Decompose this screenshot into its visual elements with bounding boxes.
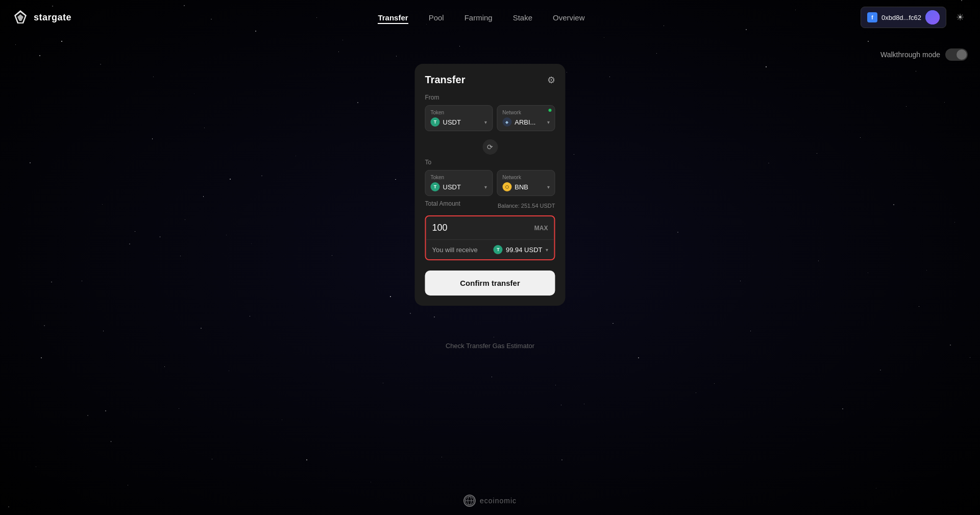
star — [494, 337, 494, 337]
from-token-select[interactable]: Token T USDT ▾ — [425, 105, 493, 131]
star — [15, 44, 16, 45]
star — [160, 236, 161, 237]
walkthrough-container: Walkthrough mode — [880, 48, 968, 61]
to-token-value-row: T USDT ▾ — [431, 182, 487, 191]
star — [876, 488, 876, 488]
nav-overview[interactable]: Overview — [553, 11, 585, 24]
star — [261, 176, 262, 177]
wallet-button[interactable]: f 0xbd8d...fc62 — [861, 7, 946, 28]
star — [944, 102, 945, 103]
ecoinomic-icon — [463, 495, 476, 507]
amount-input-row: 100 MAX — [426, 216, 554, 240]
swap-icon-container: ⟳ — [425, 135, 555, 159]
star — [185, 219, 185, 220]
to-network-chevron: ▾ — [547, 184, 550, 190]
nav-transfer[interactable]: Transfer — [378, 11, 408, 24]
settings-icon[interactable]: ⚙ — [547, 75, 555, 86]
star — [714, 383, 715, 384]
from-network-text: ARBI... — [514, 118, 535, 126]
gas-estimator-link[interactable]: Check Transfer Gas Estimator — [446, 342, 534, 350]
star — [36, 467, 36, 467]
star — [893, 204, 894, 205]
star — [153, 77, 154, 77]
to-token-chevron: ▾ — [484, 184, 487, 190]
logo[interactable]: stargate — [12, 9, 71, 26]
avatar — [925, 10, 940, 24]
to-section: To Token T USDT ▾ Network ⬡ BNB — [425, 159, 555, 196]
star — [87, 415, 88, 416]
network-active-dot — [549, 109, 552, 112]
star — [51, 282, 52, 283]
nav-stake[interactable]: Stake — [513, 11, 532, 24]
star — [390, 296, 391, 297]
star — [8, 506, 9, 507]
star — [306, 459, 307, 460]
walkthrough-label: Walkthrough mode — [880, 51, 940, 59]
star — [868, 273, 868, 273]
transfer-card: Transfer ⚙ From Token T USDT ▾ Network — [415, 64, 566, 306]
nav-farming[interactable]: Farming — [464, 11, 493, 24]
from-label: From — [425, 94, 555, 101]
star — [61, 41, 62, 42]
logo-icon — [12, 9, 29, 26]
star — [638, 357, 639, 358]
swap-icon-button[interactable]: ⟳ — [482, 139, 498, 155]
from-network-inner: ◆ ARBI... — [502, 117, 535, 127]
star — [296, 156, 296, 156]
from-token-value-row: T USDT ▾ — [431, 117, 487, 127]
receive-usdt-icon: T — [494, 245, 503, 254]
star — [842, 408, 843, 409]
from-token-text: USDT — [443, 118, 461, 126]
confirm-transfer-button[interactable]: Confirm transfer — [425, 271, 555, 296]
star — [383, 383, 383, 383]
star — [201, 328, 202, 329]
from-network-chevron: ▾ — [547, 119, 550, 125]
arbi-network-icon: ◆ — [502, 117, 511, 127]
star — [203, 196, 204, 197]
to-token-inner: T USDT — [431, 182, 461, 191]
star — [342, 40, 343, 40]
star — [100, 64, 101, 65]
from-token-chevron: ▾ — [484, 119, 487, 125]
star — [750, 331, 751, 331]
star — [609, 77, 610, 77]
usdt-from-icon: T — [431, 117, 440, 127]
theme-toggle-button[interactable]: ☀ — [952, 10, 968, 25]
star — [584, 404, 584, 404]
star — [230, 179, 231, 180]
nav-pool[interactable]: Pool — [429, 11, 444, 24]
star — [818, 260, 819, 261]
to-token-select[interactable]: Token T USDT ▾ — [425, 170, 493, 196]
star — [226, 235, 227, 235]
balance-text: Balance: 251.54 USDT — [498, 203, 555, 209]
walkthrough-toggle[interactable] — [945, 48, 968, 61]
max-button[interactable]: MAX — [534, 225, 548, 232]
star — [817, 153, 817, 154]
to-network-label: Network — [502, 175, 549, 180]
star — [102, 204, 103, 205]
star — [926, 270, 927, 271]
wallet-address: 0xbd8d...fc62 — [881, 14, 921, 21]
svg-point-3 — [925, 10, 940, 24]
card-header: Transfer ⚙ — [425, 74, 555, 86]
to-token-network-row: Token T USDT ▾ Network ⬡ BNB ▾ — [425, 170, 555, 196]
amount-value[interactable]: 100 — [432, 223, 448, 233]
star — [82, 281, 82, 281]
star — [371, 482, 371, 482]
from-network-select[interactable]: Network ◆ ARBI... ▾ — [497, 105, 555, 131]
star — [44, 325, 45, 326]
star — [180, 256, 181, 256]
from-token-inner: T USDT — [431, 117, 461, 127]
star — [567, 72, 567, 72]
star — [396, 56, 397, 56]
star — [41, 357, 42, 358]
to-network-select[interactable]: Network ⬡ BNB ▾ — [497, 170, 555, 196]
star — [768, 163, 769, 163]
to-token-text: USDT — [443, 183, 461, 191]
star — [916, 71, 916, 71]
bnb-network-icon: ⬡ — [502, 182, 511, 191]
star — [970, 357, 970, 358]
star — [906, 106, 906, 107]
star — [410, 313, 411, 314]
card-title: Transfer — [425, 74, 465, 86]
